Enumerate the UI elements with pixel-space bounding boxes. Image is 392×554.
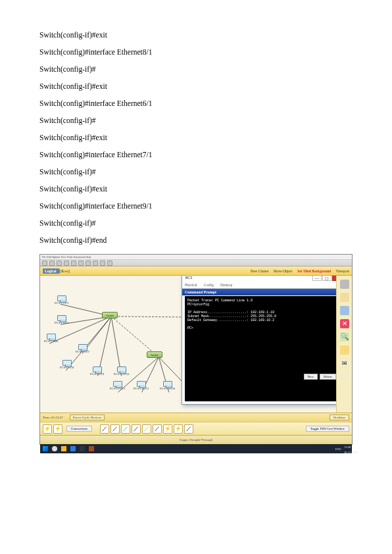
device-palette-bar: ⚡ ⚡ Connections ／ ／ ／ ／ ／ ／ ⚡ ⚡ ／ Toggle… <box>40 422 352 435</box>
status-bar: Time: 01:53:37 Power Cycle Devices Realt… <box>40 413 352 422</box>
pc-node[interactable]: PC-PT PC16 <box>160 381 175 390</box>
palette-complex-pdu-icon[interactable] <box>340 372 349 381</box>
taskbar-app-icon[interactable] <box>80 446 85 451</box>
cli-line: Switch(config)#interface Ethernet7/1 <box>39 151 353 159</box>
cable-type-label: Copper Straight-Through <box>180 438 213 441</box>
taskbar-app-icon[interactable] <box>89 446 94 451</box>
new-cluster-button[interactable]: New Cluster <box>251 269 269 273</box>
sim-time: Time: 01:53:37 <box>43 416 63 419</box>
switch-cli-output: Switch(config-if)#exit Switch(config)#in… <box>39 32 353 245</box>
cable-icon[interactable]: ／ <box>132 424 141 434</box>
palette-move-icon[interactable] <box>340 293 349 302</box>
pc-node[interactable]: PC-PT PC9 <box>90 366 104 376</box>
toolbar-icon[interactable] <box>93 261 98 266</box>
pc-node[interactable]: PC-PT PC3 <box>55 295 68 305</box>
toolbar-icon[interactable] <box>107 261 112 266</box>
toggle-pdu-button[interactable]: Toggle PDU List Window <box>306 426 349 432</box>
palette-inspect-icon[interactable]: 🔍 <box>340 332 349 341</box>
palette-note-icon[interactable] <box>340 306 349 315</box>
pc-node[interactable]: PC-PT PC11 <box>110 381 125 390</box>
command-prompt-header: Command Prompt X <box>182 289 343 295</box>
toolbar-icon[interactable] <box>49 261 55 266</box>
taskbar-app-icon[interactable] <box>61 446 66 451</box>
cable-icon[interactable]: ⚡ <box>163 424 172 434</box>
cli-line: Switch(config-if)#exit <box>39 32 353 39</box>
toolbar-icon[interactable] <box>42 261 47 266</box>
cli-line: Switch(config)#interface Ethernet6/1 <box>39 100 353 108</box>
pc-node[interactable]: PC-PT PC10 <box>114 366 129 376</box>
viewport-button[interactable]: Viewport <box>336 269 349 273</box>
root-path[interactable]: [Root] <box>60 269 69 273</box>
config-tabs: Physical Config Desktop <box>182 282 343 289</box>
windows-taskbar: ENG 13:08 30.12.2021 <box>40 444 352 453</box>
pc-node[interactable]: PC-PT PC12 <box>134 381 149 390</box>
toolbar <box>40 260 352 266</box>
pc-config-window[interactable]: PC5 — ▢ ✕ Physical Config Desktop Comman… <box>182 276 343 405</box>
header-actions: New Cluster Move Object Set Tiled Backgr… <box>70 269 349 273</box>
toolbar-icon[interactable] <box>64 261 69 266</box>
new-button[interactable]: New <box>304 374 318 380</box>
palette-pdu-icon[interactable]: ✉ <box>340 359 349 368</box>
pc-node[interactable]: PC-PT PC7 <box>76 344 89 353</box>
toolbar-icon[interactable] <box>86 261 91 266</box>
cli-line: Switch(config-if)#exit <box>39 83 353 91</box>
cli-line: Switch(config-if)# <box>39 220 353 228</box>
tray-lang[interactable]: ENG <box>335 447 341 451</box>
pc-node[interactable]: PC-PT PC4 <box>55 315 68 324</box>
cli-line: Switch(config-if)# <box>39 168 353 176</box>
palette-select-icon[interactable] <box>340 280 349 289</box>
search-icon[interactable] <box>52 446 57 451</box>
cable-icon[interactable]: ／ <box>142 424 151 434</box>
menubar[interactable]: File Edit Options View Tools Extensions … <box>40 255 352 260</box>
toolbar-icon[interactable] <box>78 261 84 266</box>
maximize-button[interactable]: ▢ <box>322 276 331 281</box>
cable-icon[interactable]: ／ <box>110 424 120 434</box>
packet-tracer-screenshot: File Edit Options View Tools Extensions … <box>39 254 353 445</box>
cable-icon[interactable]: ／ <box>184 424 193 434</box>
cli-line: Switch(config-if)#exit <box>39 186 353 193</box>
cli-line: Switch(config-if)# <box>39 117 353 125</box>
logical-tab[interactable]: Logical <box>43 268 60 274</box>
pc-node[interactable]: PC-PT PC8 <box>60 360 74 369</box>
cable-icon[interactable]: ／ <box>121 424 130 434</box>
tab-physical[interactable]: Physical <box>185 283 197 287</box>
command-prompt-body[interactable]: Packet Tracer PC Command Line 1.0 PC>ipc… <box>185 296 340 401</box>
set-tiled-button[interactable]: Set Tiled Background <box>297 269 331 273</box>
connections-label[interactable]: Connections <box>66 426 92 432</box>
cli-line: Switch(config-if)# <box>39 66 353 74</box>
window-titlebar[interactable]: PC5 — ▢ ✕ <box>182 276 343 282</box>
cli-line: Switch(config)#interface Ethernet8/1 <box>39 49 353 57</box>
switch-node[interactable]: Switch <box>147 351 162 358</box>
delete-button[interactable]: Delete <box>320 374 336 380</box>
cli-line: Switch(config-if)#end <box>39 237 353 245</box>
power-cycle-button[interactable]: Power Cycle Devices <box>70 415 105 420</box>
realtime-tab[interactable]: Realtime <box>330 415 349 420</box>
tray-date[interactable]: 30.12.2021 <box>344 451 349 457</box>
toolbar-icon[interactable] <box>100 261 105 266</box>
palette-delete-icon[interactable]: ✕ <box>340 319 349 328</box>
pc-node[interactable]: PC-PT PC6 <box>44 334 58 343</box>
minimize-button[interactable]: — <box>312 276 322 281</box>
taskbar-app-icon[interactable] <box>70 446 76 451</box>
cable-icon[interactable]: ／ <box>153 424 162 434</box>
move-object-button[interactable]: Move Object <box>274 269 293 273</box>
switch-node[interactable]: Switch <box>102 312 118 318</box>
connection-category-icon[interactable]: ⚡ <box>43 424 52 434</box>
cable-icon[interactable]: ／ <box>100 424 109 434</box>
logical-bar: Logical [Root] New Cluster Move Object S… <box>40 266 352 276</box>
cli-line: Switch(config-if)#exit <box>39 134 353 142</box>
device-type-strip: Copper Straight-Through <box>40 435 352 444</box>
cable-icon[interactable]: ⚡ <box>174 424 183 434</box>
toolbar-icon[interactable] <box>71 261 76 266</box>
start-icon[interactable] <box>43 446 48 451</box>
connection-auto-icon[interactable]: ⚡ <box>53 424 62 434</box>
palette-shape-icon[interactable] <box>340 345 349 355</box>
pdu-controls: New Delete <box>304 374 337 380</box>
tab-config[interactable]: Config <box>204 283 214 287</box>
tool-palette: ✕ 🔍 ✉ <box>336 276 352 413</box>
tab-desktop[interactable]: Desktop <box>220 283 232 287</box>
window-title: PC5 <box>184 276 192 280</box>
toolbar-icon[interactable] <box>57 261 62 266</box>
cli-line: Switch(config)#interface Ethernet9/1 <box>39 203 353 211</box>
workspace[interactable]: PC-PT PC3 PC-PT PC4 PC-PT PC6 PC-PT PC7 … <box>40 276 352 413</box>
